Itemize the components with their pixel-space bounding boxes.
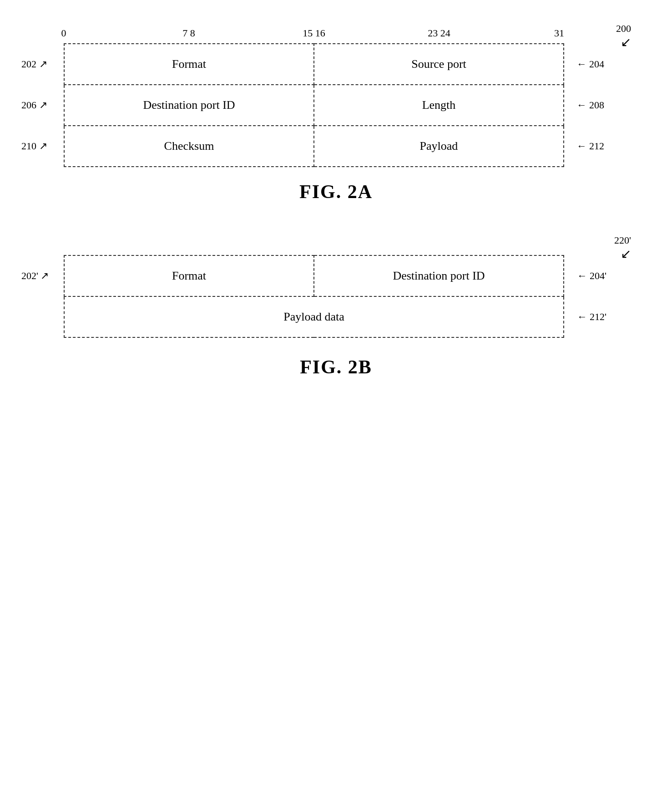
table-row: Payload data ← 212' <box>64 296 564 337</box>
length-cell: Length ← 208 <box>314 85 564 126</box>
ref-212: ← 212 <box>577 140 605 152</box>
ref-208: ← 208 <box>577 99 605 111</box>
table-row: Checksum 210 ↗ Payload ← 212 <box>64 126 564 167</box>
table-row: Format 202' ↗ Destination port ID ← 204' <box>64 255 564 296</box>
format-cell: Format 202 ↗ <box>64 44 314 85</box>
ref-202-prime: 202' ↗ <box>21 270 49 282</box>
format-b-cell: Format 202' ↗ <box>64 255 314 296</box>
checksum-cell: Checksum 210 ↗ <box>64 126 314 167</box>
bit-numbers-row: 0 7 8 15 16 23 24 31 <box>64 27 564 43</box>
dest-port-cell: Destination port ID 206 ↗ <box>64 85 314 126</box>
page: 200 ↙ 0 7 8 15 16 23 24 31 Format <box>0 0 672 810</box>
fig2a-table: Format 202 ↗ Source port ← 204 <box>64 43 564 167</box>
fig2a-section: 200 ↙ 0 7 8 15 16 23 24 31 Format <box>36 27 636 203</box>
table-row: Format 202 ↗ Source port ← 204 <box>64 44 564 85</box>
table-row: Destination port ID 206 ↗ Length ← 208 <box>64 85 564 126</box>
bit-23: 23 24 <box>428 27 450 39</box>
fig2b-section: 220' ↙ Format 202' ↗ <box>36 239 636 378</box>
bit-31: 31 <box>554 27 564 39</box>
source-port-cell: Source port ← 204 <box>314 44 564 85</box>
fig2a-title: FIG. 2A <box>36 181 636 203</box>
bit-7: 7 8 <box>182 27 195 39</box>
ref-204-prime: ← 204' <box>577 270 606 282</box>
ref-202: 202 ↗ <box>21 58 47 70</box>
ref-206: 206 ↗ <box>21 99 47 111</box>
bit-15: 15 16 <box>303 27 325 39</box>
fig2b-table: Format 202' ↗ Destination port ID ← 204' <box>64 255 564 338</box>
ref-210: 210 ↗ <box>21 140 47 152</box>
fig2b-title: FIG. 2B <box>36 356 636 378</box>
ref-212-prime: ← 212' <box>577 311 606 323</box>
dest-port-b-cell: Destination port ID ← 204' <box>314 255 564 296</box>
fig2b-table-wrapper: Format 202' ↗ Destination port ID ← 204' <box>36 255 636 338</box>
payload-cell: Payload ← 212 <box>314 126 564 167</box>
fig2a-table-wrapper: Format 202 ↗ Source port ← 204 <box>36 43 636 167</box>
bit-0: 0 <box>61 27 66 39</box>
payload-data-cell: Payload data ← 212' <box>64 296 564 337</box>
ref-204: ← 204 <box>577 58 605 70</box>
fig2b-spacer <box>36 239 636 255</box>
